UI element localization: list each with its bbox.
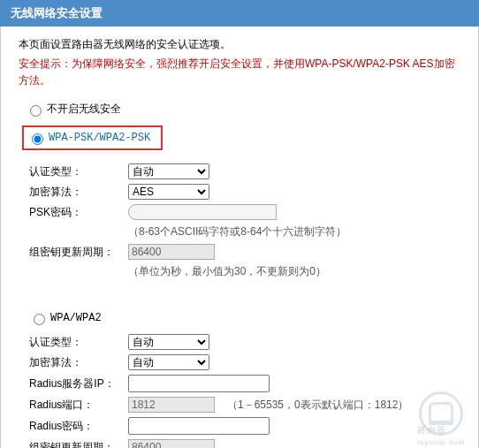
radius-port-input[interactable] [128, 397, 215, 413]
psk-password-input[interactable] [128, 204, 277, 220]
intro-text: 本页面设置路由器无线网络的安全认证选项。 [19, 37, 460, 52]
radius-password-label: Radius密码： [29, 419, 128, 434]
radio-wpa-enterprise-label: WPA/WPA2 [50, 312, 102, 324]
psk-groupkey-hint: （单位为秒，最小值为30，不更新则为0） [128, 264, 460, 279]
watermark-text: 路由器luyouqi.com [417, 424, 465, 446]
psk-password-hint: （8-63个ASCII码字符或8-64个十六进制字符） [128, 224, 460, 239]
option-wpa-psk-highlight[interactable]: WPA-PSK/WPA2-PSK [22, 125, 163, 150]
radio-disable-label: 不开启无线安全 [47, 102, 121, 117]
psk-password-label: PSK密码： [29, 205, 128, 220]
wpa-groupkey-label: 组密钥更新周期： [29, 440, 128, 448]
psk-groupkey-label: 组密钥更新周期： [29, 245, 128, 260]
radio-wpa-enterprise[interactable] [34, 314, 45, 325]
radio-wpa-psk-label: WPA-PSK/WPA2-PSK [49, 132, 150, 144]
option-wpa-enterprise[interactable]: WPA/WPA2 [29, 311, 460, 325]
psk-settings-block: 认证类型： 自动 加密算法： AES PSK密码： （8-63个ASCII码字符… [29, 163, 460, 279]
radius-port-hint: （1－65535，0表示默认端口：1812） [227, 398, 408, 413]
psk-cipher-label: 加密算法： [29, 185, 128, 200]
psk-groupkey-input[interactable] [128, 244, 215, 260]
radio-wpa-psk[interactable] [32, 133, 43, 145]
radio-disable[interactable] [30, 105, 42, 117]
psk-cipher-select[interactable]: AES [128, 184, 209, 200]
radius-password-input[interactable] [128, 417, 270, 435]
radius-ip-input[interactable] [128, 375, 270, 392]
wpa-groupkey-input[interactable] [128, 439, 215, 448]
wpa-settings-block: 认证类型： 自动 加密算法： 自动 Radius服务器IP： Radius端口：… [29, 334, 460, 448]
wpa-cipher-select[interactable]: 自动 [128, 354, 209, 370]
wpa-auth-select[interactable]: 自动 [128, 334, 209, 350]
radius-port-label: Radius端口： [29, 398, 128, 413]
security-warning: 安全提示：为保障网络安全，强烈推荐开启安全设置，并使用WPA-PSK/WPA2-… [19, 56, 460, 89]
wpa-cipher-label: 加密算法： [29, 355, 128, 370]
page-title: 无线网络安全设置 [0, 0, 479, 27]
wpa-auth-label: 认证类型： [29, 335, 128, 350]
psk-auth-select[interactable]: 自动 [128, 163, 209, 179]
radius-ip-label: Radius服务器IP： [29, 376, 128, 391]
psk-auth-label: 认证类型： [29, 164, 128, 179]
option-disable-security[interactable]: 不开启无线安全 [26, 102, 460, 117]
